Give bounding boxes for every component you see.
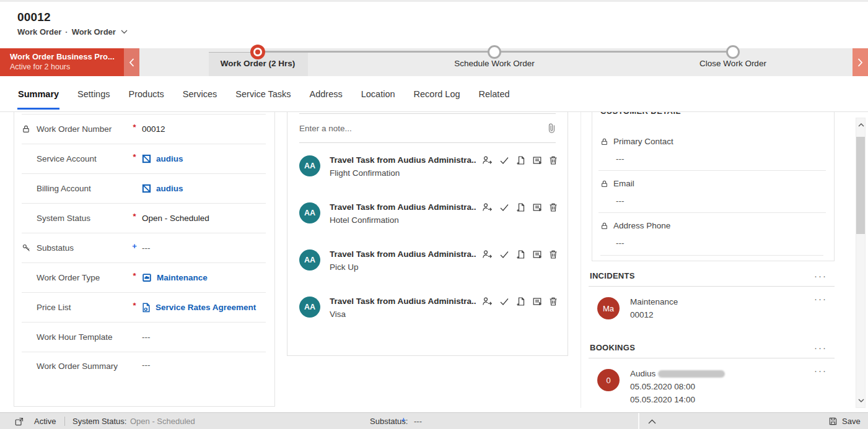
more-commands-icon[interactable]: ···	[814, 345, 827, 350]
incident-number: 00012	[630, 308, 678, 321]
add-document-icon[interactable]	[516, 297, 525, 306]
tab-settings[interactable]: Settings	[77, 79, 110, 110]
field-value[interactable]: ---	[616, 196, 826, 206]
footer-substatus-value[interactable]: ---	[414, 413, 422, 429]
booking-start: 05.05.2020 08:00	[630, 380, 725, 393]
field-value[interactable]: ---	[616, 154, 826, 163]
complete-check-icon[interactable]	[499, 297, 509, 306]
assign-icon[interactable]	[482, 202, 493, 212]
timeline-item-title[interactable]: Travel Task from Audius Administra...	[330, 202, 476, 212]
booking-row[interactable]: 0 Audius 05.05.2020 08:00 05.05.2020 14:…	[589, 358, 835, 406]
field-value[interactable]: ---	[142, 243, 151, 253]
note-input[interactable]	[299, 124, 548, 133]
chevron-right-icon	[857, 58, 863, 67]
tab-address[interactable]: Address	[309, 79, 343, 110]
form-selector[interactable]: Work Order	[72, 27, 116, 37]
field-value[interactable]: 00012	[142, 124, 266, 134]
footer-system-status-value: Open - Scheduled	[130, 413, 195, 429]
scrollbar-thumb[interactable]	[856, 137, 865, 234]
timeline-item-title[interactable]: Travel Task from Audius Administra...	[330, 249, 476, 259]
field-value[interactable]: ---	[616, 238, 826, 248]
incidents-section: INCIDENTS ··· Ma Maintenance 00012 ···	[589, 271, 835, 321]
redacted-text	[658, 370, 725, 378]
avatar: 0	[597, 369, 620, 391]
form-body: Work Order Number * 00012 Service Accoun…	[0, 112, 868, 412]
bpf-stage-close-label[interactable]: Close Work Order	[699, 59, 766, 68]
tab-related[interactable]: Related	[478, 79, 511, 110]
collapse-footer-icon[interactable]	[648, 413, 656, 429]
avatar: AA	[299, 249, 320, 271]
field-value[interactable]: Open - Scheduled	[142, 214, 266, 223]
open-note-icon[interactable]	[532, 202, 542, 212]
open-note-icon[interactable]	[532, 249, 542, 259]
save-button[interactable]: Save	[828, 413, 861, 429]
add-document-icon[interactable]	[516, 202, 525, 212]
add-document-icon[interactable]	[516, 249, 525, 259]
tab-products[interactable]: Products	[128, 79, 165, 110]
bpf-back-button[interactable]	[124, 48, 139, 76]
avatar: AA	[299, 155, 320, 176]
timeline-item: AA Travel Task from Audius Administra...…	[287, 148, 568, 195]
field-address-phone: Address Phone ---	[598, 213, 826, 255]
bpf-next-stage-button[interactable]	[853, 48, 868, 76]
scroll-up-icon[interactable]	[857, 121, 865, 129]
lookup-value[interactable]: Service Rates Agreement	[142, 303, 266, 313]
field-value[interactable]: ---	[142, 332, 151, 342]
bpf-stage-circle-icon[interactable]	[726, 45, 740, 59]
chevron-down-icon[interactable]	[121, 30, 128, 34]
tab-location[interactable]: Location	[361, 79, 396, 110]
timeline-item-title[interactable]: Travel Task from Audius Administra...	[330, 155, 476, 165]
bookings-heading: BOOKINGS	[590, 343, 635, 352]
incident-row[interactable]: Ma Maintenance 00012 ···	[589, 287, 835, 321]
avatar: AA	[299, 297, 320, 318]
note-entry-row	[299, 113, 556, 143]
bpf-process-status: Active for 2 hours	[10, 63, 124, 71]
lookup-value[interactable]: audius	[142, 184, 266, 193]
more-commands-icon[interactable]: ···	[814, 368, 827, 406]
lock-icon	[600, 222, 608, 230]
assign-icon[interactable]	[482, 297, 493, 306]
tab-summary[interactable]: Summary	[17, 79, 59, 110]
bookings-section: BOOKINGS ··· 0 Audius 05.05.2020 08:00 0…	[589, 343, 835, 406]
lock-icon	[600, 137, 608, 146]
record-state: Active	[34, 413, 56, 429]
field-label: Work Order Number	[37, 123, 127, 136]
delete-icon[interactable]	[549, 249, 558, 259]
timeline-item-actions	[482, 155, 558, 165]
bpf-stage-work-order-label[interactable]: Work Order (2 Hrs)	[221, 59, 296, 68]
delete-icon[interactable]	[549, 155, 558, 165]
bpf-stage-schedule-label[interactable]: Schedule Work Order	[454, 59, 535, 68]
more-commands-icon[interactable]: ···	[814, 274, 827, 279]
form-popout-icon[interactable]	[14, 413, 24, 429]
more-commands-icon[interactable]: ···	[814, 297, 827, 321]
field-value[interactable]: ---	[142, 360, 151, 370]
tab-service-tasks[interactable]: Service Tasks	[235, 79, 291, 110]
bpf-process-flyout[interactable]: Work Order Business Pro... Active for 2 …	[0, 48, 124, 76]
lookup-value[interactable]: Maintenance	[142, 273, 266, 282]
tab-record-log[interactable]: Record Log	[413, 79, 461, 110]
tab-services[interactable]: Services	[182, 79, 218, 110]
complete-check-icon[interactable]	[499, 155, 509, 165]
scroll-down-icon[interactable]	[857, 396, 865, 405]
field-label: Primary Contact	[613, 137, 673, 146]
account-icon	[142, 184, 151, 193]
timeline-list: AA Travel Task from Audius Administra...…	[287, 148, 568, 336]
complete-check-icon[interactable]	[499, 202, 509, 212]
open-note-icon[interactable]	[532, 155, 542, 165]
bpf-active-stage-icon[interactable]	[250, 45, 265, 59]
open-note-icon[interactable]	[532, 297, 542, 306]
assign-icon[interactable]	[482, 249, 493, 259]
complete-check-icon[interactable]	[499, 249, 509, 259]
lock-icon	[22, 124, 37, 134]
delete-icon[interactable]	[549, 202, 558, 212]
paperclip-icon[interactable]	[548, 123, 556, 134]
add-document-icon[interactable]	[516, 155, 525, 165]
vertical-scrollbar[interactable]	[856, 118, 866, 408]
timeline-item: AA Travel Task from Audius Administra...…	[287, 289, 568, 336]
incidents-heading: INCIDENTS	[590, 271, 635, 280]
delete-icon[interactable]	[549, 297, 558, 306]
bpf-stage-circle-icon[interactable]	[488, 45, 501, 59]
assign-icon[interactable]	[482, 155, 493, 165]
timeline-item-title[interactable]: Travel Task from Audius Administra...	[330, 297, 476, 306]
lookup-value[interactable]: audius	[142, 154, 266, 163]
